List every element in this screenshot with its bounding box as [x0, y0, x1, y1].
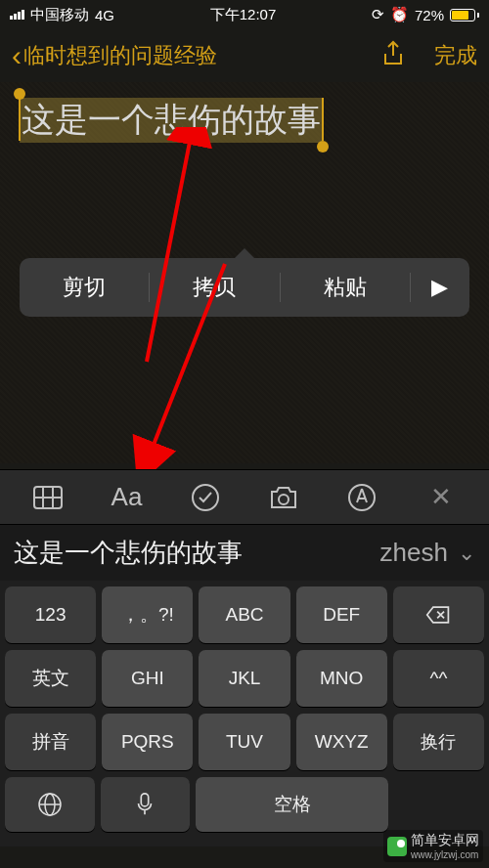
note-content[interactable]: 这是一个悲伤的故事 剪切 拷贝 粘贴 ▶: [0, 82, 489, 463]
status-left: 中国移动 4G: [10, 6, 114, 24]
key-ghi[interactable]: GHI: [102, 650, 193, 707]
battery-pct: 72%: [415, 7, 444, 23]
copy-button[interactable]: 拷贝: [150, 273, 280, 302]
status-time: 下午12:07: [210, 6, 277, 24]
markup-button[interactable]: [338, 478, 385, 517]
selected-text[interactable]: 这是一个悲伤的故事: [20, 98, 323, 143]
nav-bar: ‹ 临时想到的问题经验 完成: [0, 29, 489, 82]
cut-button[interactable]: 剪切: [20, 273, 150, 302]
svg-point-5: [279, 495, 289, 504]
candidate-bar: 这是一个悲伤的故事 zhesh ⌄: [0, 524, 489, 581]
key-space[interactable]: 空格: [196, 777, 388, 832]
text-format-button[interactable]: Aa: [103, 478, 150, 517]
back-label: 临时想到的问题经验: [23, 41, 217, 70]
key-mic[interactable]: [101, 777, 191, 832]
selection-line-right: [322, 98, 324, 141]
share-button[interactable]: [381, 40, 405, 71]
status-right: ⟳ ⏰ 72%: [372, 6, 479, 23]
camera-button[interactable]: [260, 478, 307, 517]
selection-line-left: [19, 98, 21, 141]
watermark-logo-icon: [387, 837, 407, 856]
more-button[interactable]: ▶: [411, 275, 469, 300]
key-punct[interactable]: ，。?!: [102, 586, 193, 643]
orientation-lock-icon: ⟳: [372, 6, 384, 23]
table-button[interactable]: [24, 478, 71, 517]
note-text: 这是一个悲伤的故事: [22, 101, 321, 138]
status-bar: 中国移动 4G 下午12:07 ⟳ ⏰ 72%: [0, 0, 489, 29]
keyboard: 123 ，。?! ABC DEF 英文 GHI JKL MNO ^^ 拼音 PQ…: [0, 581, 489, 846]
back-button[interactable]: ‹ 临时想到的问题经验: [12, 39, 217, 72]
key-return[interactable]: 换行: [393, 714, 484, 770]
key-tuv[interactable]: TUV: [199, 714, 289, 770]
carrier: 中国移动: [30, 6, 89, 24]
key-shift[interactable]: ^^: [393, 650, 484, 707]
selection-handle-right[interactable]: [317, 141, 329, 152]
watermark: 简单安卓网 www.jylzwj.com: [383, 830, 483, 862]
watermark-url: www.jylzwj.com: [411, 849, 479, 860]
key-globe[interactable]: [5, 777, 95, 832]
context-menu: 剪切 拷贝 粘贴 ▶: [20, 258, 469, 317]
key-jkl[interactable]: JKL: [199, 650, 289, 707]
svg-rect-10: [142, 794, 149, 806]
key-123[interactable]: 123: [5, 586, 96, 643]
svg-point-4: [193, 485, 218, 510]
close-toolbar-button[interactable]: ✕: [418, 478, 465, 517]
key-backspace[interactable]: [393, 586, 484, 643]
done-button[interactable]: 完成: [434, 41, 477, 70]
format-toolbar: Aa ✕: [0, 469, 489, 524]
candidate-secondary[interactable]: zhesh: [380, 538, 448, 568]
candidate-primary[interactable]: 这是一个悲伤的故事: [14, 536, 380, 570]
checklist-button[interactable]: [182, 478, 229, 517]
key-pqrs[interactable]: PQRS: [102, 714, 193, 770]
candidate-expand-button[interactable]: ⌄: [458, 541, 475, 566]
key-mno[interactable]: MNO: [296, 650, 387, 707]
battery-icon: [450, 9, 479, 22]
watermark-name: 简单安卓网: [411, 832, 479, 849]
key-abc[interactable]: ABC: [199, 586, 289, 643]
paste-button[interactable]: 粘贴: [281, 273, 411, 302]
signal-icon: [10, 10, 24, 20]
chevron-left-icon: ‹: [12, 39, 22, 72]
network: 4G: [95, 7, 114, 23]
alarm-icon: ⏰: [390, 6, 409, 23]
key-english[interactable]: 英文: [5, 650, 96, 707]
key-wxyz[interactable]: WXYZ: [296, 714, 387, 770]
key-pinyin[interactable]: 拼音: [5, 714, 96, 770]
key-def[interactable]: DEF: [296, 586, 387, 643]
